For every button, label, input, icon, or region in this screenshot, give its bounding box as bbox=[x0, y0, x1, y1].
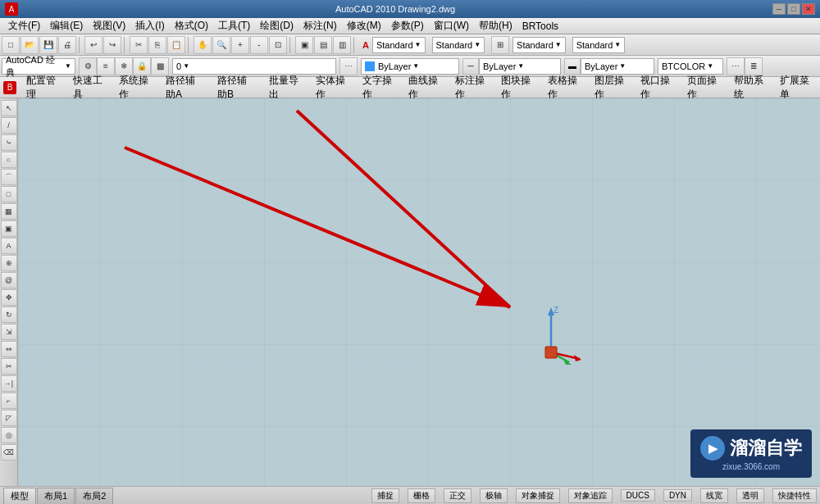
status-bar: 模型 布局1 布局2 捕捉 栅格 正交 极轴 对象捕捉 对象追踪 DUCS DY… bbox=[0, 486, 820, 504]
tb-b1[interactable]: ▣ bbox=[295, 36, 313, 54]
watermark-text: 溜溜自学 bbox=[730, 436, 802, 461]
svg-rect-13 bbox=[545, 347, 557, 358]
sep4 bbox=[289, 37, 293, 53]
menu-draw[interactable]: 绘图(D) bbox=[255, 17, 298, 34]
lt-insert[interactable]: ⊕ bbox=[1, 255, 17, 271]
lt-move[interactable]: ✥ bbox=[1, 289, 17, 306]
menu-modify[interactable]: 修改(M) bbox=[342, 17, 386, 34]
status-ducs[interactable]: DUCS bbox=[621, 489, 655, 502]
drawing-canvas bbox=[18, 98, 820, 486]
lt-offset[interactable]: ◎ bbox=[1, 427, 17, 443]
tb-zoom-ext[interactable]: ⊡ bbox=[269, 36, 287, 54]
ucs-icon: Z bbox=[518, 303, 584, 369]
menu-window[interactable]: 窗口(W) bbox=[429, 17, 474, 34]
sep2 bbox=[124, 37, 127, 53]
svg-rect-2 bbox=[18, 98, 820, 486]
tb-b2[interactable]: ▤ bbox=[314, 36, 332, 54]
dim-style-dropdown[interactable]: Standard▼ bbox=[432, 37, 485, 53]
menu-insert[interactable]: 插入(I) bbox=[130, 17, 169, 34]
status-otrack[interactable]: 对象追踪 bbox=[568, 488, 613, 503]
tab-layout1[interactable]: 布局1 bbox=[37, 488, 75, 504]
window-controls: ─ □ ✕ bbox=[772, 3, 815, 15]
tb-zoom[interactable]: 🔍 bbox=[212, 36, 230, 54]
menu-edit[interactable]: 编辑(E) bbox=[45, 17, 88, 34]
tb-save[interactable]: 💾 bbox=[39, 36, 57, 54]
menu-help[interactable]: 帮助(H) bbox=[474, 17, 517, 34]
lt-trim[interactable]: ✂ bbox=[1, 358, 17, 375]
menu-dimension[interactable]: 标注(N) bbox=[298, 17, 342, 34]
lt-text[interactable]: A bbox=[1, 238, 17, 254]
status-polar[interactable]: 极轴 bbox=[480, 488, 508, 503]
status-snap[interactable]: 捕捉 bbox=[371, 488, 399, 503]
status-ortho[interactable]: 正交 bbox=[444, 488, 472, 503]
menu-tools[interactable]: 工具(T) bbox=[213, 17, 255, 34]
status-tran[interactable]: 透明 bbox=[736, 488, 764, 503]
minimize-button[interactable]: ─ bbox=[772, 3, 786, 15]
status-osnap[interactable]: 对象捕捉 bbox=[516, 488, 560, 503]
tb-redo[interactable]: ↪ bbox=[103, 36, 121, 54]
menu-file[interactable]: 文件(F) bbox=[3, 17, 45, 34]
watermark: ▶ 溜溜自学 zixue.3066.com bbox=[690, 429, 812, 478]
table-style-dropdown[interactable]: Standard▼ bbox=[512, 37, 566, 53]
left-toolbar: ↖ / ⤷ ○ ⌒ □ ▦ ▣ A ⊕ @ ✥ ↻ ⇲ ⇔ ✂ →| ⌐ ◸ ◎… bbox=[0, 98, 18, 486]
watermark-logo: ▶ 溜溜自学 bbox=[700, 436, 802, 461]
status-grid[interactable]: 栅格 bbox=[408, 488, 435, 503]
color-swatch bbox=[365, 61, 375, 71]
tb-cut[interactable]: ✂ bbox=[130, 36, 148, 54]
status-qp[interactable]: 快捷特性 bbox=[772, 488, 817, 503]
tb-new[interactable]: □ bbox=[2, 36, 20, 54]
tb-undo[interactable]: ↩ bbox=[84, 36, 102, 54]
text-style-dropdown[interactable]: Standard▼ bbox=[372, 37, 426, 53]
lt-select[interactable]: ↖ bbox=[1, 100, 17, 116]
status-dyn[interactable]: DYN bbox=[663, 489, 692, 502]
lt-hatch[interactable]: ▦ bbox=[1, 203, 17, 220]
tb-copy[interactable]: ⎘ bbox=[148, 36, 166, 54]
lt-scale[interactable]: ⇲ bbox=[1, 324, 17, 340]
menu-param[interactable]: 参数(P) bbox=[386, 17, 429, 34]
tb-zoom-out[interactable]: - bbox=[250, 36, 268, 54]
text-a-icon: A bbox=[362, 40, 369, 50]
tab-layout2[interactable]: 布局2 bbox=[75, 488, 113, 504]
ml-style-dropdown[interactable]: Standard▼ bbox=[572, 37, 626, 53]
drawing-area[interactable]: Z ▶ 溜溜自学 zixue.3066.com bbox=[18, 98, 820, 486]
lt-attdef[interactable]: @ bbox=[1, 272, 17, 288]
tb-pan[interactable]: ✋ bbox=[194, 36, 212, 54]
tb-open[interactable]: 📂 bbox=[20, 36, 39, 54]
lt-region[interactable]: ▣ bbox=[1, 220, 17, 237]
style-area: A Standard▼ Standard▼ ⊞ Standard▼ Standa… bbox=[362, 36, 625, 54]
lt-circle[interactable]: ○ bbox=[1, 152, 17, 168]
toolbar-row-1: □ 📂 💾 🖨 ↩ ↪ ✂ ⎘ 📋 ✋ 🔍 + - ⊡ ▣ ▤ ▥ A Stan… bbox=[0, 34, 820, 56]
brtools-bar: B 配置管理 快速工具 系统操作 路径辅助A 路径辅助B 批量导出 实体操作 文… bbox=[0, 77, 820, 98]
close-button[interactable]: ✕ bbox=[802, 3, 815, 15]
lt-chamfer[interactable]: ◸ bbox=[1, 410, 17, 426]
lt-rect[interactable]: □ bbox=[1, 186, 17, 202]
lt-erase[interactable]: ⌫ bbox=[1, 444, 17, 461]
lt-line[interactable]: / bbox=[1, 117, 17, 134]
tb-table[interactable]: ⊞ bbox=[491, 36, 509, 54]
lt-arc[interactable]: ⌒ bbox=[1, 169, 17, 185]
app-icon: A bbox=[5, 2, 18, 16]
menu-brtools[interactable]: BRTools bbox=[517, 19, 563, 34]
svg-text:Z: Z bbox=[554, 306, 558, 315]
lt-stretch[interactable]: ⇔ bbox=[1, 341, 17, 357]
tb-zoom-in[interactable]: + bbox=[231, 36, 249, 54]
window-title: AutoCAD 2010 Drawing2.dwg bbox=[18, 4, 772, 14]
lt-extend[interactable]: →| bbox=[1, 375, 17, 392]
tb-paste[interactable]: 📋 bbox=[167, 36, 185, 54]
menu-bar: 文件(F) 编辑(E) 视图(V) 插入(I) 格式(O) 工具(T) 绘图(D… bbox=[0, 18, 820, 34]
lt-rotate[interactable]: ↻ bbox=[1, 306, 17, 323]
sep5 bbox=[353, 37, 357, 53]
tab-area: 模型 布局1 布局2 bbox=[3, 488, 113, 504]
sep3 bbox=[188, 37, 191, 53]
watermark-icon: ▶ bbox=[700, 436, 725, 461]
main-layout: ↖ / ⤷ ○ ⌒ □ ▦ ▣ A ⊕ @ ✥ ↻ ⇲ ⇔ ✂ →| ⌐ ◸ ◎… bbox=[0, 98, 820, 486]
tb-b3[interactable]: ▥ bbox=[333, 36, 351, 54]
tb-print[interactable]: 🖨 bbox=[58, 36, 76, 54]
maximize-button[interactable]: □ bbox=[787, 3, 800, 15]
menu-format[interactable]: 格式(O) bbox=[170, 17, 213, 34]
status-lw[interactable]: 线宽 bbox=[700, 488, 728, 503]
menu-view[interactable]: 视图(V) bbox=[88, 17, 130, 34]
tab-model[interactable]: 模型 bbox=[3, 488, 36, 504]
lt-fillet[interactable]: ⌐ bbox=[1, 393, 17, 409]
lt-polyline[interactable]: ⤷ bbox=[1, 134, 17, 151]
